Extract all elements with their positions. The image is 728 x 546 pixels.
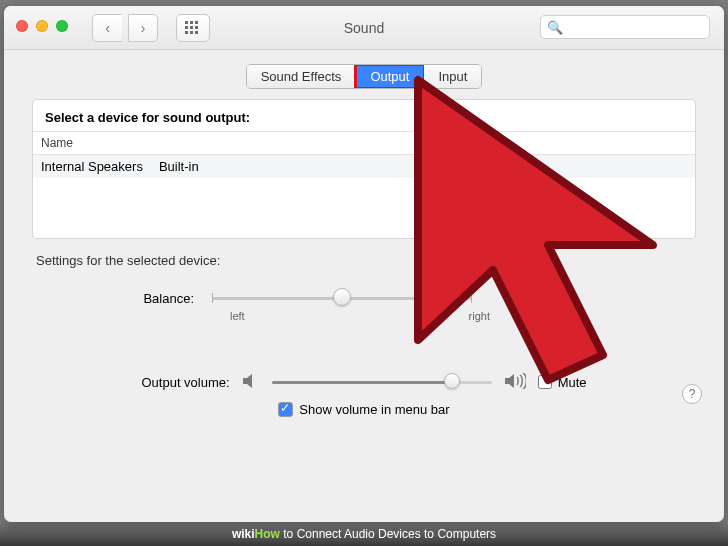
speaker-low-icon [242,373,260,392]
search-input[interactable] [567,20,703,35]
mute-label: Mute [558,375,587,390]
tick-left [212,293,213,303]
device-list-header: Name Type [33,131,695,155]
caption-brand: wiki [232,527,255,541]
mute-input[interactable] [538,375,552,389]
balance-thumb[interactable] [333,288,351,306]
column-name: Name [33,132,417,154]
search-icon: 🔍 [547,20,563,35]
tick-right [471,293,472,303]
preferences-window: ‹ › Sound 🔍 Sound Effects Output Input S… [4,6,724,522]
show-volume-menubar-label: Show volume in menu bar [299,402,449,417]
device-name: Internal Speakers [33,155,151,178]
balance-left-label: left [230,310,245,322]
output-volume-slider[interactable] [272,372,492,392]
caption-text: to Connect Audio Devices to Computers [280,527,496,541]
volume-thumb[interactable] [444,373,460,389]
speaker-high-icon [504,373,526,392]
search-field[interactable]: 🔍 [540,15,710,39]
mute-checkbox[interactable]: Mute [538,375,587,390]
show-volume-menubar-checkbox[interactable] [278,402,293,417]
device-list-empty-area [33,178,695,238]
balance-slider[interactable] [212,288,472,308]
tab-bar: Sound Effects Output Input [32,64,696,89]
balance-right-label: right [469,310,490,322]
output-volume-label: Output volume: [141,375,229,390]
caption-bar: wikiHow to Connect Audio Devices to Comp… [0,522,728,546]
caption-brand-how: How [255,527,280,541]
output-device-panel: Select a device for sound output: Name T… [32,99,696,239]
tab-output[interactable]: Output [356,65,424,88]
tab-input[interactable]: Input [424,65,481,88]
titlebar: ‹ › Sound 🔍 [4,6,724,50]
balance-label: Balance: [32,291,212,306]
help-button[interactable]: ? [682,384,702,404]
device-row[interactable]: Internal Speakers Built-in [33,155,695,178]
tab-sound-effects[interactable]: Sound Effects [247,65,357,88]
device-type: Built-in [151,155,207,178]
settings-label: Settings for the selected device: [32,253,696,268]
panel-heading: Select a device for sound output: [33,100,695,131]
column-type: Type [417,132,695,154]
